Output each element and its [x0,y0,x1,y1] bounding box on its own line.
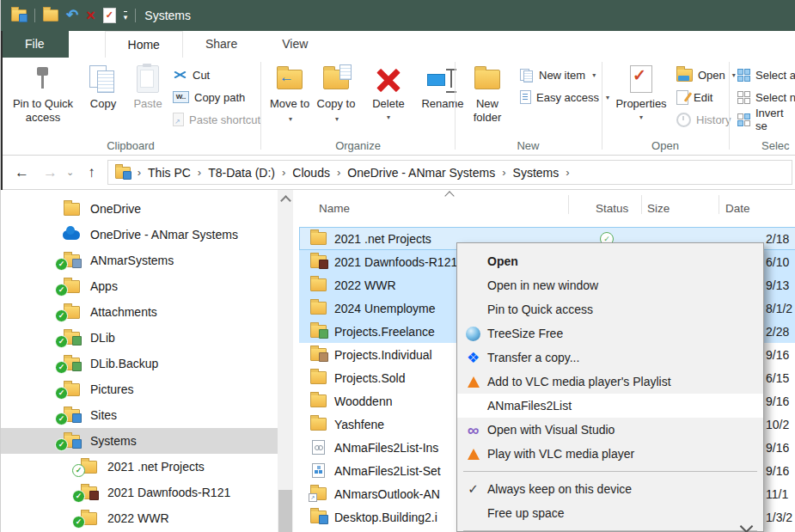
column-header-status[interactable]: Status [596,202,628,215]
sidebar-item-dlib[interactable]: ✓ DLib [1,325,278,351]
menu-item-label: Open with Visual Studio [487,423,615,437]
column-header-size[interactable]: Size [647,202,670,215]
new-folder-button[interactable]: New folder [462,61,513,125]
synced-badge-icon: ✓ [55,258,68,271]
menu-item-open[interactable]: Open [457,249,763,273]
file-name: Projects.Freelance [334,325,435,339]
breadcrumb-drive[interactable]: T8-Data (D:) [208,166,275,180]
context-menu: Open Open in new window Pin to Quick acc… [456,242,764,532]
sidebar-item-onedrive[interactable]: OneDrive [1,196,278,222]
copy-to-button[interactable]: Copy to ▾ [314,61,358,126]
properties-icon: ✓ [630,65,652,93]
select-none-icon [737,91,750,104]
recent-locations-dropdown-icon[interactable]: ⌄ [66,167,74,178]
scrollbar-thumb[interactable] [278,490,292,532]
sidebar-item-onedrive-anmar[interactable]: OneDrive - ANmar Systems [1,222,278,248]
column-header-name[interactable]: Name [319,202,350,215]
sidebar-item-apps[interactable]: ✓ Apps [1,273,278,299]
synced-badge-icon: ✓ [55,387,68,400]
folder-icon [64,203,80,216]
cut-button[interactable]: Cut [173,64,210,86]
open-label: Open [698,69,725,82]
file-name: 2022 WWR [334,278,396,292]
properties-button[interactable]: ✓ Properties ▾ [611,61,671,125]
menu-item-pin-quick-access[interactable]: Pin to Quick access [457,297,763,321]
menu-item-open-visual-studio[interactable]: ∞ Open with Visual Studio [457,418,763,442]
tab-view[interactable]: View [260,31,330,58]
sidebar-item-label: Systems [90,434,137,448]
properties-label: Properties [615,97,666,111]
breadcrumb-this-pc[interactable]: This PC [148,166,191,180]
menu-item-anmafiles2list[interactable]: ANmaFiles2List [457,394,763,418]
select-none-button[interactable]: Select n [737,86,795,108]
menu-item-label: Open [487,254,518,268]
select-none-label: Select n [755,91,795,104]
menu-item-treesize[interactable]: TreeSize Free [457,321,763,345]
sidebar-item-dlib-backup[interactable]: ✓ DLib.Backup [1,351,278,376]
breadcrumb-systems[interactable]: Systems [513,166,560,180]
toolbar-separator [135,9,136,22]
sidebar-item-2022-wwr[interactable]: ✓ 2022 WWR [1,505,278,531]
menu-item-always-keep[interactable]: ✓ Always keep on this device [457,477,763,501]
menu-item-play-vlc[interactable]: Play with VLC media player [457,442,763,466]
delete-qat-icon[interactable]: × [86,9,95,22]
delete-button[interactable]: Delete ▾ [364,61,413,125]
group-separator [260,62,261,150]
sidebar-item-systems[interactable]: ✓ Systems [1,428,278,454]
delete-label: Delete [372,97,405,111]
scroll-up-icon[interactable] [280,195,291,206]
up-button[interactable]: ↑ [88,164,95,181]
edit-button[interactable]: Edit [676,86,712,108]
breadcrumb-onedrive[interactable]: OneDrive - ANmar Systems [347,166,495,180]
invert-selection-button[interactable]: Invert se [737,108,795,131]
folder-icon [310,418,327,431]
tab-home[interactable]: Home [105,31,183,58]
paste-button: Paste [126,61,169,111]
new-item-button[interactable]: New item ▾ [520,64,596,86]
breadcrumb-clouds[interactable]: Clouds [292,166,330,180]
customize-toolbar-dropdown-icon[interactable]: ▾ [124,11,128,21]
menu-item-open-new-window[interactable]: Open in new window [457,273,763,297]
new-item-label: New item [539,69,585,82]
menu-item-free-up-space[interactable]: Free up space [457,501,763,525]
column-divider[interactable] [568,195,569,214]
tab-share[interactable]: Share [183,31,260,58]
breadcrumb[interactable]: › This PC › T8-Data (D:) › Clouds › OneD… [107,160,792,185]
edit-icon [676,90,688,105]
easy-access-button[interactable]: Easy access ▾ [520,86,609,108]
copy-button[interactable]: Copy [82,61,125,111]
pin-to-quick-access-button[interactable]: Pin to Quick access [6,61,80,125]
paste-label: Paste [133,97,162,111]
sidebar-item-label: DLib.Backup [90,357,158,370]
sidebar-scrollbar[interactable] [278,190,293,532]
copy-path-button[interactable]: Copy path [173,86,245,108]
clipboard-group-label: Clipboard [1,139,260,152]
sidebar-item-2021-dawnfoods[interactable]: ✓ 2021 Dawnfoods-R121 [1,480,278,505]
column-header-date[interactable]: Date [725,202,750,215]
tab-file[interactable]: File [1,31,69,58]
new-folder-qat-icon[interactable] [43,9,58,21]
back-button[interactable]: ← [15,164,29,181]
menu-item-vlc-playlist[interactable]: Add to VLC media player's Playlist [457,370,763,394]
column-divider[interactable] [719,195,719,214]
select-all-button[interactable]: Select a [737,64,795,86]
copy-label: Copy [90,97,116,111]
menu-item-transfer-copy[interactable]: ❖ Transfer a copy... [457,345,763,370]
open-button[interactable]: Open ▾ [676,64,736,86]
sidebar-item-pictures[interactable]: ✓ Pictures [1,376,278,402]
explorer-window: ↶ × ▾ Systems File Home Share View Pin t… [0,0,795,532]
vlc-icon [468,449,480,460]
menu-item-label: Free up space [487,506,565,520]
checkmark-icon: ✓ [463,477,483,501]
select-all-label: Select a [755,69,795,82]
move-to-button[interactable]: ← Move to ▾ [267,61,312,126]
settings-file-icon [312,440,325,455]
sidebar-item-anmarsystems[interactable]: ✓ ANmarSystems [1,248,278,273]
file-date: 8/1/2 [766,302,792,315]
sidebar-item-sites[interactable]: ✓ Sites [1,402,278,428]
column-divider[interactable] [641,195,642,214]
sidebar-item-2021-net-projects[interactable]: ✓ 2021 .net Projects [1,454,278,480]
sidebar-item-attachments[interactable]: ✓ Attachments [1,299,278,325]
undo-icon[interactable]: ↶ [66,9,78,22]
properties-qat-icon[interactable] [103,8,116,23]
